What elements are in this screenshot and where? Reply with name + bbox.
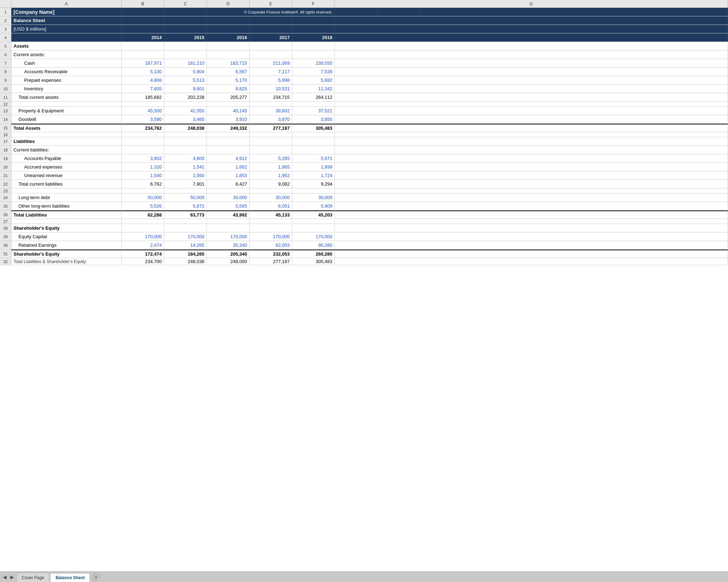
- total-liab-2016[interactable]: 43,992: [207, 210, 250, 219]
- total-liab-2018[interactable]: 45,203: [292, 210, 335, 219]
- tab-balance-sheet[interactable]: Balance Sheet: [50, 573, 90, 582]
- tca-2014[interactable]: 185,682: [122, 93, 164, 101]
- other-lt-2017[interactable]: 6,051: [250, 202, 292, 210]
- ltd-2014[interactable]: 50,000: [122, 193, 164, 202]
- equity-capital-2016[interactable]: 170,000: [207, 233, 250, 241]
- ar-2016[interactable]: 6,567: [207, 68, 250, 76]
- tab-add-button[interactable]: +: [92, 573, 100, 581]
- se-2014[interactable]: 172,474: [122, 250, 164, 258]
- accrued-2017[interactable]: 1,865: [250, 163, 292, 171]
- retained-earnings-2017[interactable]: 62,053: [250, 241, 292, 249]
- retained-earnings-2018[interactable]: 90,280: [292, 241, 335, 249]
- se-2016[interactable]: 205,340: [207, 250, 250, 258]
- ppe-2017[interactable]: 38,602: [250, 107, 292, 115]
- tab-scroll-left[interactable]: ◀: [1, 574, 8, 580]
- tca-2016[interactable]: 205,277: [207, 93, 250, 101]
- ap-2018[interactable]: 5,671: [292, 154, 335, 162]
- total-assets-2017[interactable]: 277,187: [250, 124, 292, 132]
- prepaid-2017[interactable]: 5,998: [250, 76, 292, 84]
- tca-2015[interactable]: 202,228: [164, 93, 207, 101]
- goodwill-2014[interactable]: 3,580: [122, 115, 164, 123]
- inventory-2017[interactable]: 10,531: [250, 85, 292, 93]
- prepaid-2016[interactable]: 5,170: [207, 76, 250, 84]
- total-assets-2018[interactable]: 305,483: [292, 124, 335, 132]
- ap-2014[interactable]: 3,902: [122, 154, 164, 162]
- inventory-2018[interactable]: 11,342: [292, 85, 335, 93]
- other-lt-2014[interactable]: 5,526: [122, 202, 164, 210]
- other-lt-2018[interactable]: 5,909: [292, 202, 335, 210]
- inventory-2015[interactable]: 9,601: [164, 85, 207, 93]
- ppe-2018[interactable]: 37,521: [292, 107, 335, 115]
- retained-earnings-2014[interactable]: 2,474: [122, 241, 164, 249]
- tcl-2018[interactable]: 9,294: [292, 180, 335, 188]
- prepaid-2015[interactable]: 5,513: [164, 76, 207, 84]
- ap-2017[interactable]: 5,265: [250, 154, 292, 162]
- tcl-2017[interactable]: 9,082: [250, 180, 292, 188]
- tlse-2016[interactable]: 248,000: [207, 258, 250, 265]
- tab-cover-page[interactable]: Cover Page: [16, 573, 49, 582]
- equity-capital-2018[interactable]: 170,000: [292, 233, 335, 241]
- tca-2018[interactable]: 264,112: [292, 93, 335, 101]
- ar-2017[interactable]: 7,117: [250, 68, 292, 76]
- total-assets-2015[interactable]: 248,038: [164, 124, 207, 132]
- unearned-2018[interactable]: 1,724: [292, 171, 335, 180]
- retained-earnings-2016[interactable]: 35,340: [207, 241, 250, 249]
- ar-2014[interactable]: 5,100: [122, 68, 164, 76]
- unearned-2014[interactable]: 1,540: [122, 171, 164, 180]
- accrued-2015[interactable]: 1,541: [164, 163, 207, 171]
- ppe-2014[interactable]: 45,500: [122, 107, 164, 115]
- goodwill-2015[interactable]: 3,460: [164, 115, 207, 123]
- ap-2015[interactable]: 4,800: [164, 154, 207, 162]
- tlse-2017[interactable]: 277,187: [250, 258, 292, 265]
- tlse-2018[interactable]: 305,483: [292, 258, 335, 265]
- company-name[interactable]: [Company Name]: [11, 8, 122, 16]
- accrued-2014[interactable]: 1,320: [122, 163, 164, 171]
- tca-2017[interactable]: 234,715: [250, 93, 292, 101]
- accrued-2016[interactable]: 1,662: [207, 163, 250, 171]
- ar-2018[interactable]: 7,539: [292, 68, 335, 76]
- total-assets-2016[interactable]: 249,332: [207, 124, 250, 132]
- se-2018[interactable]: 260,280: [292, 250, 335, 258]
- ar-2015[interactable]: 5,904: [164, 68, 207, 76]
- goodwill-2018[interactable]: 3,850: [292, 115, 335, 123]
- cash-2018[interactable]: 239,550: [292, 59, 335, 67]
- total-liab-2017[interactable]: 45,133: [250, 210, 292, 219]
- ltd-2018[interactable]: 30,000: [292, 193, 335, 202]
- se-2017[interactable]: 232,053: [250, 250, 292, 258]
- ltd-2017[interactable]: 30,000: [250, 193, 292, 202]
- equity-capital-2015[interactable]: 170,000: [164, 233, 207, 241]
- tlse-2015[interactable]: 248,038: [164, 258, 207, 265]
- tlse-2014[interactable]: 234,700: [122, 258, 164, 265]
- prepaid-2018[interactable]: 5,682: [292, 76, 335, 84]
- ltd-2015[interactable]: 50,000: [164, 193, 207, 202]
- inventory-2014[interactable]: 7,805: [122, 85, 164, 93]
- tcl-2016[interactable]: 8,427: [207, 180, 250, 188]
- cash-2017[interactable]: 211,069: [250, 59, 292, 67]
- total-liab-2015[interactable]: 63,773: [164, 210, 207, 219]
- inventory-2016[interactable]: 9,825: [207, 85, 250, 93]
- se-2015[interactable]: 184,265: [164, 250, 207, 258]
- tcl-2014[interactable]: 6,762: [122, 180, 164, 188]
- goodwill-2017[interactable]: 3,870: [250, 115, 292, 123]
- cash-2016[interactable]: 183,715: [207, 59, 250, 67]
- goodwill-2016[interactable]: 3,910: [207, 115, 250, 123]
- tcl-2015[interactable]: 7,901: [164, 180, 207, 188]
- unearned-2017[interactable]: 1,952: [250, 171, 292, 180]
- cash-2014[interactable]: 167,971: [122, 59, 164, 67]
- prepaid-2014[interactable]: 4,806: [122, 76, 164, 84]
- equity-capital-2014[interactable]: 170,000: [122, 233, 164, 241]
- total-assets-2014[interactable]: 234,762: [122, 124, 164, 132]
- accrued-2018[interactable]: 1,899: [292, 163, 335, 171]
- retained-earnings-2015[interactable]: 14,265: [164, 241, 207, 249]
- cash-2015[interactable]: 181,210: [164, 59, 207, 67]
- other-lt-2015[interactable]: 5,872: [164, 202, 207, 210]
- equity-capital-2017[interactable]: 170,000: [250, 233, 292, 241]
- other-lt-2016[interactable]: 5,565: [207, 202, 250, 210]
- ap-2016[interactable]: 4,912: [207, 154, 250, 162]
- ltd-2016[interactable]: 30,000: [207, 193, 250, 202]
- unearned-2016[interactable]: 1,853: [207, 171, 250, 180]
- ppe-2016[interactable]: 40,145: [207, 107, 250, 115]
- total-liab-2014[interactable]: 62,288: [122, 210, 164, 219]
- unearned-2015[interactable]: 1,560: [164, 171, 207, 180]
- ppe-2015[interactable]: 42,350: [164, 107, 207, 115]
